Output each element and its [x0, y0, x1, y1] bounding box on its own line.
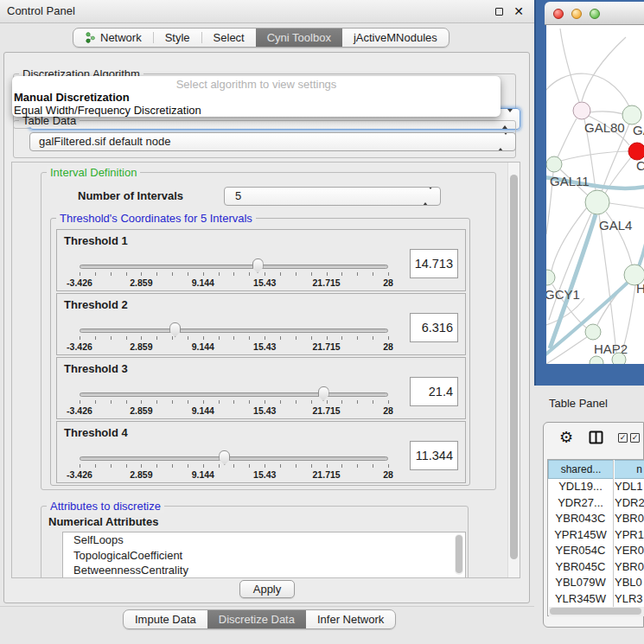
slider-track[interactable] — [80, 392, 388, 397]
table-data-combobox-value: galFiltered.sif default node — [39, 135, 170, 148]
dropdown-item-manual-discretization[interactable]: Manual Discretization — [12, 91, 501, 104]
float-window-icon[interactable] — [495, 8, 503, 16]
threshold-value-field[interactable]: 11.344 — [410, 441, 458, 470]
scrollbar-thumb[interactable] — [510, 175, 518, 559]
tab-discretize-data-label: Discretize Data — [219, 610, 295, 628]
slider-ticks — [80, 464, 390, 468]
network-node[interactable] — [585, 190, 609, 214]
attributes-group: Attributes to discretize Numerical Attri… — [41, 506, 469, 578]
tick-label: -3.426 — [67, 405, 92, 416]
close-icon[interactable]: ✕ — [513, 0, 524, 22]
network-edge[interactable] — [549, 214, 591, 320]
threshold-label: Threshold 1 — [64, 234, 128, 247]
threshold-value-field[interactable]: 14.713 — [410, 249, 458, 278]
tab-infer-network[interactable]: Infer Network — [306, 610, 395, 628]
tick-label: 15.43 — [253, 469, 276, 480]
network-node[interactable] — [590, 356, 603, 364]
tick-label: 2.859 — [130, 469, 152, 480]
tab-impute-data-label: Impute Data — [135, 610, 196, 628]
tick-label: 28 — [383, 405, 393, 416]
table-row[interactable]: YLR345WYLR3 — [548, 591, 644, 608]
top-tab-bar: Network Style Select Cyni Toolbox jActiv… — [73, 28, 450, 48]
tick-label: -3.426 — [67, 469, 92, 480]
tab-impute-data[interactable]: Impute Data — [124, 610, 207, 628]
apply-button[interactable]: Apply — [239, 580, 295, 598]
table-row[interactable]: YER054CYER0 — [548, 543, 644, 559]
minimize-traffic-light[interactable] — [571, 9, 582, 19]
network-edge[interactable] — [639, 239, 644, 266]
number-of-intervals-spinner[interactable]: 5 — [224, 187, 441, 206]
tab-style[interactable]: Style — [154, 29, 201, 47]
slider-track[interactable] — [80, 265, 388, 269]
cell-shared-name: YDL19... — [548, 479, 613, 495]
combo-stepper-icon — [498, 133, 508, 150]
network-edge[interactable] — [609, 203, 644, 208]
zoom-traffic-light[interactable] — [590, 9, 600, 19]
threshold-value-field[interactable]: 6.316 — [410, 313, 458, 342]
table-row[interactable]: YBL079WYBL0 — [548, 575, 644, 591]
attribute-item[interactable]: TopologicalCoefficient — [63, 548, 465, 564]
tick-label: 2.859 — [130, 277, 152, 288]
network-edge[interactable] — [558, 118, 577, 157]
settings-vertical-scrollbar[interactable] — [507, 163, 520, 577]
slider-thumb[interactable] — [219, 450, 230, 465]
tab-network[interactable]: Network — [73, 29, 153, 47]
gear-icon[interactable]: ⚙ — [559, 428, 573, 447]
slider-track[interactable] — [80, 328, 388, 333]
table-horizontal-scrollbar[interactable] — [549, 607, 644, 616]
network-edge[interactable] — [561, 151, 628, 161]
column-header-name[interactable]: n — [615, 460, 644, 479]
tab-select[interactable]: Select — [202, 29, 256, 47]
threshold-value-field[interactable]: 21.4 — [410, 377, 458, 406]
network-node[interactable] — [628, 143, 644, 160]
table-row[interactable]: YBR045CYBR0 — [548, 559, 644, 576]
network-node-label: H — [636, 281, 644, 296]
network-node[interactable] — [573, 102, 590, 119]
attribute-item[interactable]: SelfLoops — [63, 532, 465, 548]
table-data-group: Table Data galFiltered.sif default node — [13, 120, 516, 158]
table-row[interactable]: YPR145WYPR1 — [548, 527, 644, 544]
slider-ticks — [80, 272, 390, 276]
network-node[interactable] — [612, 353, 626, 364]
threshold-label: Threshold 4 — [64, 426, 128, 439]
network-edge[interactable] — [599, 214, 616, 353]
network-node[interactable] — [546, 270, 555, 285]
network-node[interactable] — [585, 324, 601, 340]
slider-thumb[interactable] — [252, 258, 264, 273]
thresholds-group: Threshold's Coordinates for 5 Intervals … — [50, 218, 470, 486]
split-columns-icon[interactable] — [589, 430, 603, 444]
network-window-titlebar — [545, 2, 644, 25]
table-row[interactable]: YDR27...YDR2 — [548, 495, 644, 512]
cell-name: YBR0 — [615, 511, 644, 527]
checkbox-checked-icon[interactable]: ✓ — [630, 433, 640, 443]
dropdown-item-equal-width-frequency[interactable]: Equal Width/Frequency Discretization — [12, 104, 501, 117]
checkbox-checked-icon[interactable]: ✓ — [618, 433, 628, 443]
column-header-shared-name[interactable]: shared... — [548, 460, 614, 479]
slider-thumb[interactable] — [169, 322, 181, 337]
tab-discretize-data[interactable]: Discretize Data — [207, 610, 306, 628]
cell-name: YLR3 — [615, 591, 644, 608]
network-edge[interactable] — [590, 112, 623, 114]
network-edge[interactable] — [560, 29, 579, 102]
network-node[interactable] — [546, 156, 562, 172]
attribute-item[interactable]: BetweennessCentrality — [63, 563, 465, 578]
threshold-label: Threshold 3 — [64, 362, 128, 375]
tab-cyni-toolbox[interactable]: Cyni Toolbox — [256, 29, 342, 47]
close-traffic-light[interactable] — [553, 9, 564, 19]
table-row[interactable]: YBR043CYBR0 — [548, 511, 644, 527]
slider-track[interactable] — [80, 456, 388, 461]
slider-thumb[interactable] — [318, 386, 329, 401]
threshold-panel: Threshold 4-3.4262.8599.14415.4321.71528… — [56, 421, 466, 483]
interval-definition-group-title: Interval Definition — [47, 166, 140, 179]
bottom-tab-bar: Impute Data Discretize Data Infer Networ… — [123, 609, 396, 629]
network-canvas[interactable]: GAL80GACGAL11GAL4GCY1HHAP2 — [546, 25, 644, 364]
network-edge[interactable] — [546, 73, 629, 106]
tick-label: 21.715 — [313, 341, 341, 352]
tick-label: 28 — [383, 341, 393, 352]
list-scrollbar[interactable] — [455, 534, 463, 575]
slider-ticks — [80, 400, 390, 404]
network-node[interactable] — [622, 105, 641, 124]
tab-jactivemnodules[interactable]: jActiveMNodules — [342, 29, 449, 47]
table-row[interactable]: YDL19...YDL1 — [548, 479, 644, 495]
table-data-combobox[interactable]: galFiltered.sif default node — [29, 132, 516, 151]
